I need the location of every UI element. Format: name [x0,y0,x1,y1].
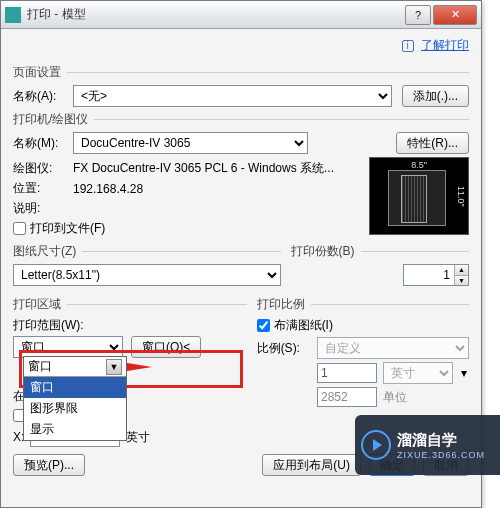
paper-size-select[interactable]: Letter(8.5x11") [13,264,281,286]
section-printer: 打印机/绘图仪 [13,111,469,128]
copies-input[interactable] [404,265,454,285]
watermark: 溜溜自学 ZIXUE.3D66.COM [355,415,500,475]
close-button[interactable]: ✕ [433,5,477,25]
print-range-dropdown-open: 窗口 ▼ 窗口 图形界限 显示 [23,356,127,441]
printer-name-select[interactable]: DocuCentre-IV 3065 [73,132,308,154]
help-button[interactable]: ? [405,5,431,25]
scale-value-1-input [317,363,377,383]
help-link-row: i 了解打印 [13,35,469,60]
print-area-heading: 打印区域 [13,296,61,313]
scale-heading: 打印比例 [257,296,305,313]
paper-preview-width: 8.5" [370,160,468,170]
location-label: 位置: [13,180,73,197]
window-title: 打印 - 模型 [27,6,403,23]
copies-heading: 打印份数(B) [291,243,355,260]
copies-spinner[interactable]: ▲▼ [403,264,469,286]
titlebar: 打印 - 模型 ? ✕ [1,1,481,29]
learn-print-link[interactable]: 了解打印 [421,38,469,52]
page-setup-add-button[interactable]: 添加(.)... [402,85,469,107]
play-icon [361,430,391,460]
page-setup-name-label: 名称(A): [13,88,73,105]
info-icon: i [402,40,414,52]
fit-to-paper-checkbox[interactable] [257,319,270,332]
print-to-file-label: 打印到文件(F) [30,220,105,237]
page-setup-row: 名称(A): <无> 添加(.)... [13,85,469,107]
location-value: 192.168.4.28 [73,182,143,196]
print-range-dropdown-field[interactable]: 窗口 ▼ [24,357,126,377]
fit-to-paper-label: 布满图纸(I) [274,317,333,334]
preview-button[interactable]: 预览(P)... [13,454,85,476]
print-range-option-extents[interactable]: 图形界限 [24,398,126,419]
spinner-down-icon[interactable]: ▼ [455,276,468,286]
paper-size-heading: 图纸尺寸(Z) [13,243,76,260]
chevron-down-icon[interactable]: ▼ [106,359,122,375]
page-setup-heading: 页面设置 [13,64,61,81]
print-to-file-input[interactable] [13,222,26,235]
watermark-title: 溜溜自学 [397,431,485,450]
print-range-label: 打印范围(W): [13,317,247,334]
page-setup-name-select[interactable]: <无> [73,85,392,107]
printer-name-row: 名称(M): DocuCentre-IV 3065 特性(R)... [13,132,469,154]
print-range-option-window[interactable]: 窗口 [24,377,126,398]
printer-heading: 打印机/绘图仪 [13,111,88,128]
scale-ratio-label: 比例(S): [257,340,311,357]
window-controls: ? ✕ [403,5,477,25]
desc-label: 说明: [13,200,73,217]
plotter-value: FX DocuCentre-IV 3065 PCL 6 - Windows 系统… [73,160,334,177]
paper-preview-height: 11.0" [456,158,466,234]
app-icon [5,7,21,23]
section-page-setup: 页面设置 [13,64,469,81]
printer-properties-button[interactable]: 特性(R)... [396,132,469,154]
scale-unit-2-label: 单位 [383,389,453,406]
scale-value-2-input [317,387,377,407]
print-range-option-display[interactable]: 显示 [24,419,126,440]
scale-unit-1-select: 英寸 [383,362,453,384]
print-to-file-checkbox[interactable]: 打印到文件(F) [13,220,369,237]
apply-layout-button[interactable]: 应用到布局(U) [262,454,361,476]
printer-name-label: 名称(M): [13,135,73,152]
paper-preview: 8.5" 11.0" [369,157,469,235]
watermark-subtitle: ZIXUE.3D66.COM [397,450,485,460]
scale-ratio-select: 自定义 [317,337,469,359]
spinner-up-icon[interactable]: ▲ [455,265,468,276]
plotter-label: 绘图仪: [13,160,73,177]
offset-x-unit: 英寸 [126,429,150,446]
